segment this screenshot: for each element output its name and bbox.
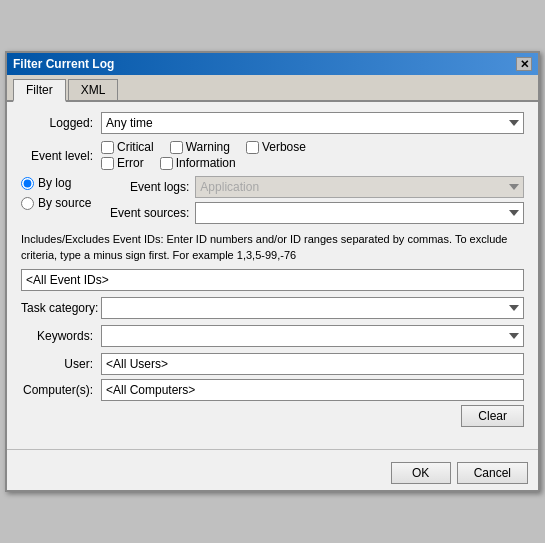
keywords-row: Keywords: — [21, 325, 524, 347]
by-source-label: By source — [38, 196, 91, 210]
log-source-grid: Event logs: Application Event sources: — [99, 176, 524, 224]
cancel-button[interactable]: Cancel — [457, 462, 528, 484]
event-sources-label: Event sources: — [99, 206, 189, 220]
close-button[interactable]: ✕ — [516, 57, 532, 71]
logged-select-wrapper: Any time — [101, 112, 524, 134]
description-text: Includes/Excludes Event IDs: Enter ID nu… — [21, 232, 524, 263]
computers-input-wrapper — [101, 379, 524, 401]
keywords-select-wrapper — [101, 325, 524, 347]
information-label: Information — [176, 156, 236, 170]
event-sources-select[interactable] — [195, 202, 524, 224]
task-category-select[interactable] — [101, 297, 524, 319]
task-category-row: Task category: — [21, 297, 524, 319]
user-input[interactable] — [101, 353, 524, 375]
keywords-select[interactable] — [101, 325, 524, 347]
task-category-label: Task category: — [21, 301, 101, 315]
bottom-buttons: OK Cancel — [7, 456, 538, 490]
event-level-checkboxes: Critical Warning Verbose Error — [101, 140, 306, 172]
title-bar: Filter Current Log ✕ — [7, 53, 538, 75]
critical-checkbox[interactable] — [101, 141, 114, 154]
task-category-select-wrapper — [101, 297, 524, 319]
warning-checkbox-label[interactable]: Warning — [170, 140, 230, 154]
user-label: User: — [21, 357, 101, 371]
clear-button[interactable]: Clear — [461, 405, 524, 427]
information-checkbox-label[interactable]: Information — [160, 156, 236, 170]
logged-row: Logged: Any time — [21, 112, 524, 134]
event-logs-row: Event logs: Application — [99, 176, 524, 198]
event-ids-input[interactable] — [21, 269, 524, 291]
verbose-checkbox-label[interactable]: Verbose — [246, 140, 306, 154]
tab-xml[interactable]: XML — [68, 79, 119, 100]
computers-input[interactable] — [101, 379, 524, 401]
information-checkbox[interactable] — [160, 157, 173, 170]
event-logs-label: Event logs: — [99, 180, 189, 194]
critical-checkbox-label[interactable]: Critical — [101, 140, 154, 154]
tab-bar: Filter XML — [7, 75, 538, 102]
event-level-row: Event level: Critical Warning Verbose — [21, 140, 524, 172]
by-source-radio-item: By source — [21, 196, 91, 210]
event-level-label: Event level: — [21, 149, 101, 163]
by-log-radio-item: By log — [21, 176, 91, 190]
keywords-label: Keywords: — [21, 329, 101, 343]
error-label: Error — [117, 156, 144, 170]
ok-button[interactable]: OK — [391, 462, 451, 484]
verbose-checkbox[interactable] — [246, 141, 259, 154]
by-log-radio[interactable] — [21, 177, 34, 190]
warning-label: Warning — [186, 140, 230, 154]
dialog-title: Filter Current Log — [13, 57, 114, 71]
by-source-radio[interactable] — [21, 197, 34, 210]
computers-row: Computer(s): — [21, 379, 524, 401]
logged-select[interactable]: Any time — [101, 112, 524, 134]
by-log-label: By log — [38, 176, 71, 190]
checkbox-row-2: Error Information — [101, 156, 306, 170]
filter-dialog: Filter Current Log ✕ Filter XML Logged: … — [5, 51, 540, 492]
critical-label: Critical — [117, 140, 154, 154]
logged-label: Logged: — [21, 116, 101, 130]
computers-label: Computer(s): — [21, 383, 101, 397]
error-checkbox[interactable] — [101, 157, 114, 170]
warning-checkbox[interactable] — [170, 141, 183, 154]
user-row: User: — [21, 353, 524, 375]
checkbox-row-1: Critical Warning Verbose — [101, 140, 306, 154]
event-sources-row: Event sources: — [99, 202, 524, 224]
event-logs-select[interactable]: Application — [195, 176, 524, 198]
clear-btn-row: Clear — [21, 405, 524, 427]
dialog-content: Logged: Any time Event level: Critical — [7, 102, 538, 443]
radio-col: By log By source — [21, 176, 91, 210]
verbose-label: Verbose — [262, 140, 306, 154]
user-input-wrapper — [101, 353, 524, 375]
tab-filter[interactable]: Filter — [13, 79, 66, 102]
error-checkbox-label[interactable]: Error — [101, 156, 144, 170]
radio-section: By log By source Event logs: Application… — [21, 176, 524, 224]
